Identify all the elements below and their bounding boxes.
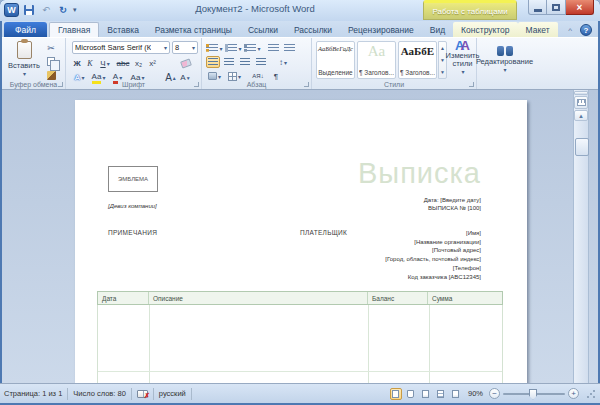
- ruler-toggle-button[interactable]: [574, 96, 588, 109]
- date-placeholder[interactable]: Дата: [Введите дату]: [424, 197, 481, 203]
- print-layout-view-button[interactable]: [390, 388, 402, 400]
- qat-customize-dropdown[interactable]: ▾: [73, 6, 77, 14]
- tab-references[interactable]: Ссылки: [240, 22, 286, 37]
- underline-button[interactable]: Ч▾: [97, 57, 113, 69]
- strikethrough-button[interactable]: abc: [115, 57, 131, 69]
- font-size-combo[interactable]: 8 ▾: [172, 41, 198, 54]
- collapse-ribbon-icon[interactable]: ^: [568, 26, 572, 35]
- decrease-indent-button[interactable]: [266, 42, 280, 54]
- tab-page-layout[interactable]: Разметка страницы: [147, 22, 240, 37]
- scrollbar-thumb[interactable]: [575, 138, 589, 156]
- styles-gallery-more-icon[interactable]: ▼: [440, 69, 445, 75]
- bold-button[interactable]: Ж: [71, 57, 83, 69]
- tab-table-layout[interactable]: Макет: [518, 22, 558, 37]
- tab-home[interactable]: Главная: [49, 22, 99, 37]
- styles-dialog-launcher[interactable]: [469, 82, 474, 87]
- payer-customer-code[interactable]: Код заказчика [ABC12345]: [385, 273, 481, 282]
- payer-name[interactable]: [Имя]: [385, 229, 481, 238]
- subscript-button[interactable]: x₂: [132, 57, 145, 69]
- zoom-level[interactable]: 90%: [468, 389, 483, 398]
- payer-phone[interactable]: [Телефон]: [385, 264, 481, 273]
- page-indicator[interactable]: Страница: 1 из 1: [4, 389, 62, 398]
- logo-placeholder[interactable]: ЭМБЛЕМА: [108, 166, 158, 192]
- tab-table-design[interactable]: Конструктор: [453, 22, 517, 37]
- save-button[interactable]: [22, 4, 36, 17]
- fullscreen-reading-view-button[interactable]: [405, 388, 417, 400]
- vertical-scrollbar[interactable]: ▲: [573, 90, 589, 383]
- slogan-placeholder[interactable]: [Девиз компании]: [108, 203, 157, 209]
- font-name-dropdown-icon: ▾: [164, 44, 167, 51]
- align-right-button[interactable]: [238, 56, 252, 68]
- close-button[interactable]: ×: [566, 0, 594, 15]
- word-count[interactable]: Число слов: 80: [73, 389, 126, 398]
- proofing-status-icon[interactable]: ✗: [137, 390, 148, 398]
- minimize-button[interactable]: [528, 0, 547, 15]
- zoom-slider-thumb[interactable]: [529, 389, 537, 400]
- styles-group: АаБбВеГаДс Выделение Аа ¶ Заголов... АаБ…: [312, 38, 477, 89]
- print-layout-icon: [392, 390, 399, 398]
- bullets-button[interactable]: ▾: [206, 42, 223, 54]
- outline-view-button[interactable]: [435, 388, 447, 400]
- tab-view[interactable]: Вид: [422, 22, 453, 37]
- paragraph-dialog-launcher[interactable]: [304, 82, 309, 87]
- font-name-combo[interactable]: Microsoft Sans Serif (К ▾: [72, 41, 170, 54]
- web-layout-view-button[interactable]: [420, 388, 432, 400]
- table-body[interactable]: [97, 305, 503, 383]
- zoom-slider[interactable]: [503, 393, 565, 395]
- tab-insert[interactable]: Вставка: [99, 22, 147, 37]
- maximize-button[interactable]: [547, 0, 566, 15]
- draft-view-button[interactable]: [450, 388, 462, 400]
- undo-button[interactable]: ↶: [39, 4, 53, 17]
- copy-button[interactable]: [44, 55, 58, 67]
- tab-mailings[interactable]: Рассылки: [286, 22, 340, 37]
- font-color-dropdown-icon: ▾: [119, 74, 122, 81]
- paste-clipboard-icon: [17, 41, 32, 59]
- divider: [191, 388, 192, 400]
- line-spacing-button[interactable]: ↕▾: [274, 56, 292, 68]
- font-name-value: Microsoft Sans Serif (К: [75, 43, 151, 52]
- zoom-in-button[interactable]: +: [568, 388, 579, 399]
- split-handle[interactable]: [574, 91, 588, 95]
- multilevel-list-button[interactable]: ▾: [244, 42, 261, 54]
- payer-city[interactable]: [Город, область, почтовый индекс]: [385, 255, 481, 264]
- help-icon[interactable]: ?: [580, 24, 592, 36]
- align-center-button[interactable]: [222, 56, 236, 68]
- cut-button[interactable]: ✂: [44, 42, 58, 54]
- scroll-up-button[interactable]: ▲: [574, 110, 588, 121]
- statement-number[interactable]: ВЫПИСКА № [100]: [428, 205, 481, 211]
- numbering-button[interactable]: ▾: [225, 42, 242, 54]
- style-item-heading2[interactable]: АаБбЕ ¶ Заголов...: [398, 41, 437, 79]
- document-page[interactable]: ЭМБЛЕМА [Девиз компании] Выписка Дата: […: [75, 100, 527, 383]
- font-size-dropdown-icon: ▾: [192, 44, 195, 51]
- justify-button[interactable]: [254, 56, 268, 68]
- text-effects-dropdown-icon: ▾: [81, 74, 84, 81]
- superscript-button[interactable]: x²: [146, 57, 159, 69]
- styles-scroll-up-icon[interactable]: ▲: [440, 45, 445, 51]
- format-painter-button[interactable]: [44, 69, 58, 81]
- tab-file[interactable]: Файл: [4, 22, 47, 37]
- clear-formatting-button[interactable]: [178, 57, 194, 69]
- redo-button[interactable]: ↻: [56, 4, 70, 17]
- zoom-out-button[interactable]: −: [489, 388, 500, 399]
- increase-indent-button[interactable]: [282, 42, 296, 54]
- language-indicator[interactable]: русский: [159, 389, 186, 398]
- font-dialog-launcher[interactable]: [194, 82, 199, 87]
- payer-org[interactable]: [Название организации]: [385, 238, 481, 247]
- change-styles-button[interactable]: АА Изменить стили ▾: [449, 42, 476, 76]
- tab-review[interactable]: Рецензирование: [340, 22, 422, 37]
- statement-table[interactable]: Дата Описание Баланс Сумма: [97, 291, 503, 383]
- payer-address[interactable]: [Почтовый адрес]: [385, 246, 481, 255]
- styles-scroll-down-icon[interactable]: ▼: [440, 57, 445, 63]
- line-spacing-icon: ↕: [279, 58, 283, 67]
- paste-button[interactable]: Вставить ▾: [7, 41, 41, 85]
- style-item-heading1[interactable]: Аа ¶ Заголов...: [357, 41, 396, 79]
- resize-grip[interactable]: [586, 389, 596, 399]
- word-logo-icon[interactable]: W: [4, 3, 19, 17]
- contextual-tab-group-label: Работа с таблицами: [423, 0, 517, 20]
- editing-button[interactable]: Редактирование ▾: [479, 46, 530, 74]
- align-left-button[interactable]: [206, 56, 220, 68]
- style-item-highlight[interactable]: АаБбВеГаДс Выделение: [316, 41, 355, 79]
- shading-dropdown-icon: ▾: [218, 73, 221, 80]
- italic-button[interactable]: К: [84, 57, 96, 69]
- clipboard-dialog-launcher[interactable]: [58, 82, 63, 87]
